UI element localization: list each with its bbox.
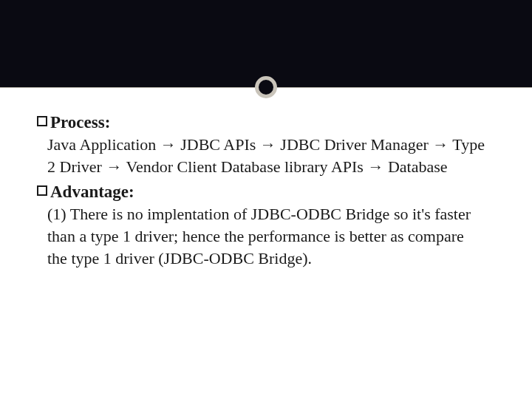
bullet-icon — [37, 185, 47, 196]
bullet-icon — [37, 116, 47, 126]
decorative-ring-icon — [255, 76, 277, 98]
section-body: (1) There is no implentation of JDBC-ODB… — [37, 203, 488, 269]
section-body: Java Application → JDBC APIs → JDBC Driv… — [37, 134, 488, 177]
section-heading-row: Advantage: — [37, 180, 488, 203]
section-process: Process: Java Application → JDBC APIs → … — [37, 111, 488, 177]
slide-header-band — [0, 0, 532, 87]
section-heading: Advantage: — [50, 180, 134, 203]
section-advantage: Advantage: (1) There is no implentation … — [37, 180, 488, 269]
slide-content: Process: Java Application → JDBC APIs → … — [37, 111, 488, 273]
section-heading: Process: — [50, 111, 110, 134]
section-heading-row: Process: — [37, 111, 488, 134]
slide: Process: Java Application → JDBC APIs → … — [0, 0, 532, 399]
